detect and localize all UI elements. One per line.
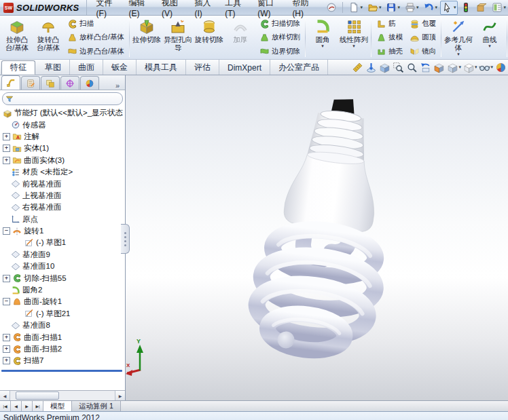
panel-horizontal-scrollbar[interactable]: ◀ ▶ [0,390,125,400]
dropdown-arrow-icon[interactable]: ▾ [475,64,477,70]
expand-toggle-plus[interactable]: + [3,345,10,353]
tab-features[interactable]: 特征 [1,60,35,75]
ribbon-button-linear-pattern[interactable]: 线性阵列▾ [338,16,369,59]
model-cfl-bulb[interactable]: Y X [126,75,508,400]
zoom-fit-button[interactable] [378,60,391,74]
rollback-bar[interactable] [1,370,122,372]
undo-button[interactable]: ▾ [421,1,439,15]
tab-nav-button-1[interactable]: ◀ [11,401,22,411]
tree-item-cut-sweep55[interactable]: +切除-扫描55 [0,272,125,284]
tab-sheet-metal[interactable]: 钣金 [103,60,137,75]
tree-item-front-plane[interactable]: 前视基准面 [0,178,125,189]
tab-evaluate[interactable]: 评估 [186,60,219,75]
save-button[interactable]: ▾ [384,1,402,15]
tree-item-surface-sweep2[interactable]: +曲面-扫描2 [0,343,125,355]
tree-item-solid-bodies[interactable]: +实体(1) [0,142,125,154]
dropdown-arrow-icon[interactable]: ▾ [490,64,493,70]
tab-nav-button-2[interactable]: ▶ [22,401,33,411]
panel-tab-overflow-chevron[interactable]: » [110,81,125,90]
ribbon-button-mirror[interactable]: 镜向 [407,45,438,58]
ribbon-button-reference-geometry[interactable]: 参考几何体▾ [443,16,474,59]
ribbon-button-wrap[interactable]: 包覆 [407,17,438,31]
panel-splitter-handle[interactable] [121,224,130,254]
expand-toggle-plus[interactable]: + [3,357,10,364]
appearance-box-button[interactable] [474,1,489,15]
expand-toggle-plus[interactable]: + [3,275,10,282]
tab-mold-tools[interactable]: 模具工具 [137,60,186,75]
tree-item-plane9[interactable]: 基准面9 [0,249,125,261]
ribbon-button-shell[interactable]: 抽壳 [374,45,405,58]
tab-sketch[interactable]: 草图 [37,60,70,75]
magnifier-button[interactable] [405,60,418,74]
dropdown-arrow-icon[interactable]: ▾ [416,5,419,10]
ribbon-button-hole-wizard[interactable]: 异型孔向导 [162,16,194,59]
dropdown-arrow-icon[interactable]: ▾ [458,64,461,70]
graphics-viewport[interactable]: Y X [126,75,508,400]
dropdown-arrow-icon[interactable]: ▾ [457,52,460,56]
section-view-button[interactable] [433,60,446,74]
expand-toggle-plus[interactable]: + [3,157,10,164]
display-style-button[interactable]: ▾ [462,60,478,74]
normal-to-button[interactable] [365,60,378,74]
ribbon-button-rib[interactable]: 筋 [374,17,405,31]
new-document-button[interactable]: ▾ [346,1,365,15]
tree-item-fillet2[interactable]: 圆角2 [0,284,125,296]
tree-item-plane8[interactable]: 基准面8 [0,320,125,331]
bottom-tab-model[interactable]: 模型 [43,401,72,411]
ribbon-button-loft-boss[interactable]: 放样凸台/基体 [65,31,126,44]
tree-item-material[interactable]: 材质 <未指定> [0,166,125,178]
dropdown-arrow-icon[interactable]: ▾ [503,5,506,10]
select-arrow-button[interactable]: ▾ [440,1,458,15]
ribbon-button-boundary-cut[interactable]: 边界切除 [257,45,302,58]
open-folder-button[interactable]: ▾ [365,1,384,15]
tree-filter-box[interactable] [2,92,123,105]
ribbon-button-dome[interactable]: 圆顶 [407,31,438,44]
hide-items-button[interactable]: ▾ [478,60,494,74]
ribbon-button-sweep[interactable]: 扫描 [65,17,126,31]
edit-appearance-button[interactable] [494,60,507,74]
ribbon-button-loft-cut[interactable]: 放样切割 [257,31,302,44]
ribbon-button-extrude-cut[interactable]: 拉伸切除 [131,16,162,59]
tree-item-sweep7[interactable]: +扫描7 [0,355,125,366]
expand-toggle-minus[interactable]: − [3,227,10,235]
ribbon-button-fillet[interactable]: 圆角▾ [307,16,338,59]
panel-tab-dimxpertmanager[interactable] [60,76,79,90]
scroll-left-button[interactable]: ◀ [0,391,10,400]
ribbon-button-revolve-cut[interactable]: 旋转切除 [194,16,225,59]
ribbon-button-curves[interactable]: 曲线▾ [474,16,505,59]
tree-item-sketch1[interactable]: (-) 草图1 [0,237,125,248]
tree-item-plane10[interactable]: 基准面10 [0,261,125,272]
measure-button[interactable] [351,60,364,74]
tab-surfaces[interactable]: 曲面 [70,60,103,75]
dropdown-arrow-icon[interactable]: ▾ [488,43,491,48]
print-button[interactable]: ▾ [403,1,421,15]
tab-office-products[interactable]: 办公室产品 [270,60,328,75]
tree-item-revolve1[interactable]: −旋转1 [0,225,125,237]
dropdown-arrow-icon[interactable]: ▾ [435,5,437,10]
view-orientation-button[interactable]: ▾ [446,60,462,74]
expand-toggle-plus[interactable]: + [3,334,10,341]
tree-item-part-root[interactable]: 节能灯 (默认<<默认>_显示状态 [0,107,125,119]
panel-tab-propertymanager[interactable] [21,76,40,90]
ribbon-button-draft[interactable]: 拔模 [374,31,405,44]
dropdown-arrow-icon[interactable]: ▾ [360,5,363,10]
scrollbar-thumb[interactable] [16,392,59,400]
tree-item-surface-bodies[interactable]: +曲面实体(3) [0,155,125,166]
expand-toggle-plus[interactable]: + [3,133,10,140]
tree-item-sensors[interactable]: 传感器 [0,119,125,130]
tab-dimxpert[interactable]: DimXpert [219,60,270,75]
tree-item-origin[interactable]: 原点 [0,214,125,225]
tree-item-top-plane[interactable]: 上视基准面 [0,190,125,202]
ribbon-button-extrude-boss[interactable]: 拉伸凸台/基体 [1,16,33,59]
ribbon-button-boundary-boss[interactable]: 边界凸台/基体 [65,45,126,58]
ribbon-button-sweep-cut[interactable]: 扫描切除 [257,17,302,31]
panel-tab-displaymanager[interactable] [80,76,99,90]
expand-toggle-plus[interactable]: + [3,145,10,152]
dropdown-arrow-icon[interactable]: ▾ [321,43,324,48]
tab-nav-button-0[interactable]: |◀ [0,401,11,411]
tab-nav-button-3[interactable]: ▶| [33,401,43,411]
panel-tab-configurationmanager[interactable] [41,76,60,90]
panel-tab-featuremanager[interactable] [1,75,20,90]
scroll-right-button[interactable]: ▶ [115,391,125,400]
dropdown-arrow-icon[interactable]: ▾ [379,5,382,10]
